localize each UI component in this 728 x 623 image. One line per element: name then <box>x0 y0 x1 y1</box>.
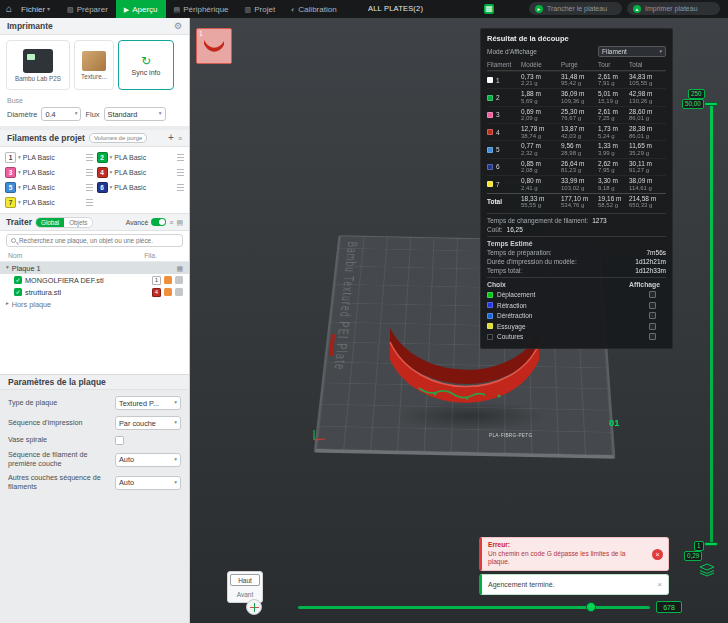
printer-card[interactable]: Bambu Lab P2S <box>6 40 70 90</box>
print-plate-button[interactable]: ▴ Imprimer plateau <box>627 2 720 15</box>
option-checkbox[interactable] <box>649 291 656 298</box>
tab-label: Calibration <box>298 5 336 14</box>
move-slider-handle[interactable] <box>586 602 596 612</box>
layer-slider-bottom-handle[interactable] <box>704 542 718 546</box>
tab-project[interactable]: ▥ Projet <box>237 0 284 18</box>
chevron-down-icon: ▾ <box>18 155 21 161</box>
spiral-vase-checkbox[interactable] <box>115 436 124 445</box>
option-wipe: Essuyage <box>487 321 666 331</box>
plate-row-label: Plaque 1 <box>12 264 41 273</box>
preview-viewport[interactable]: Bambu Textured PEI Plate PLA-FIBRG-PETG … <box>190 18 728 623</box>
filament-color-swatch[interactable]: 1 <box>5 152 16 163</box>
filament-color-swatch[interactable]: 5 <box>5 182 16 193</box>
tab-preview[interactable]: ▶ Aperçu <box>116 0 166 18</box>
file-menu[interactable]: Fichier ▾ <box>16 0 55 18</box>
close-icon[interactable]: × <box>657 581 662 589</box>
object-action-icon[interactable] <box>164 288 172 296</box>
scope-objects-button[interactable]: Objets <box>64 218 92 227</box>
purge-volumes-button[interactable]: Volumes de purge <box>89 133 147 143</box>
filament-color-swatch[interactable]: 3 <box>5 167 16 178</box>
filament-edit-icon[interactable] <box>177 184 184 191</box>
tree-row-object[interactable]: ✓ struttura.stl 4 <box>0 286 189 298</box>
advanced-toggle[interactable] <box>151 218 166 226</box>
layers-stack-icon[interactable] <box>699 563 715 577</box>
filament-edit-icon[interactable] <box>86 184 93 191</box>
option-checkbox[interactable] <box>649 312 656 319</box>
estimated-time-header: Temps Estimé <box>487 240 666 247</box>
search-box[interactable] <box>6 234 183 247</box>
other-layers-sequence-select[interactable]: Auto ▾ <box>115 476 181 490</box>
tab-prepare[interactable]: ▧ Préparer <box>59 0 116 18</box>
filament-edit-icon[interactable] <box>86 169 93 176</box>
filament-edit-icon[interactable] <box>177 154 184 161</box>
filament-slot[interactable]: 6 ▾ PLA Basic <box>97 181 185 194</box>
layer-top-value: 250 <box>688 89 705 99</box>
filament-slot[interactable]: 2 ▾ PLA Basic <box>97 151 185 164</box>
tree-row-outside[interactable]: ▸ Hors plaque <box>0 298 189 310</box>
object-filament-chip[interactable]: 1 <box>152 276 161 285</box>
filament-color-swatch[interactable]: 6 <box>97 182 108 193</box>
sync-info-button[interactable]: ↻ Sync info <box>118 40 174 90</box>
visibility-checkbox[interactable]: ✓ <box>14 288 22 296</box>
tree-row-object[interactable]: ✓ MONGOLFIERA DEF.stl 1 <box>0 274 189 286</box>
layer-slider-track[interactable] <box>710 102 713 546</box>
filament-edit-icon[interactable] <box>86 199 93 206</box>
filament-settings-icon[interactable]: ≡ <box>178 135 182 142</box>
tree-row-plate[interactable]: ▾ Plaque 1 ▦ <box>0 262 189 274</box>
visibility-checkbox[interactable]: ✓ <box>14 276 22 284</box>
filament-slot[interactable]: 5 ▾ PLA Basic <box>5 181 93 194</box>
gear-icon[interactable]: ⚙ <box>174 22 182 31</box>
filament-edit-icon[interactable] <box>177 169 184 176</box>
option-checkbox[interactable] <box>649 302 656 309</box>
total-cell: 30,11 m91,27 g <box>629 160 668 174</box>
search-input[interactable] <box>19 237 178 244</box>
move-slider-track[interactable] <box>298 606 650 609</box>
nozzle-label: Buse <box>7 97 182 104</box>
view-top-item[interactable]: Haut <box>230 574 260 586</box>
filament-slot[interactable]: 1 ▾ PLA Basic <box>5 151 93 164</box>
cost-label: Coût: <box>487 226 503 233</box>
filament-edit-icon[interactable] <box>86 154 93 161</box>
display-mode-label: Mode d'Affichage <box>487 48 537 55</box>
plate-thumbnail[interactable]: 1 <box>196 28 232 64</box>
prep-time-label: Temps de préparation: <box>487 249 552 256</box>
layers-icon[interactable]: ▤ <box>176 219 183 226</box>
list-icon[interactable]: ≡ <box>169 219 173 226</box>
option-checkbox[interactable] <box>649 323 656 330</box>
search-icon <box>11 238 16 243</box>
print-sequence-select[interactable]: Par couche ▾ <box>115 416 181 430</box>
object-more-icon[interactable] <box>175 276 183 284</box>
option-checkbox[interactable] <box>649 333 656 340</box>
plate-settings-icon[interactable]: ▦ <box>176 265 183 272</box>
first-layer-sequence-select[interactable]: Auto ▾ <box>115 453 181 467</box>
filament-color-swatch[interactable]: 4 <box>97 167 108 178</box>
scope-global-button[interactable]: Global <box>36 218 64 227</box>
slice-plate-button[interactable]: ▸ Trancher le plateau <box>529 2 622 15</box>
advanced-label: Avancé <box>126 219 149 226</box>
nozzle-diameter-select[interactable]: 0.4 ▾ <box>41 107 81 121</box>
layer-slider-top-handle[interactable] <box>704 102 718 106</box>
object-more-icon[interactable] <box>175 288 183 296</box>
filament-color-swatch[interactable]: 7 <box>5 197 16 208</box>
display-mode-select[interactable]: Filament ▾ <box>598 46 666 57</box>
object-filament-chip[interactable]: 4 <box>152 288 161 297</box>
flow-select[interactable]: Standard ▾ <box>104 107 166 121</box>
filament-slot[interactable]: 4 ▾ PLA Basic <box>97 166 185 179</box>
home-icon[interactable]: ⌂ <box>0 4 16 14</box>
filament-slot[interactable]: 3 ▾ PLA Basic <box>5 166 93 179</box>
filament-color-swatch[interactable]: 2 <box>97 152 108 163</box>
filament-slot[interactable]: 7 ▾ PLA Basic <box>5 196 93 209</box>
all-plates-label[interactable]: ALL PLATES(2) <box>368 0 423 18</box>
plate-grid-icon[interactable]: ▦ <box>484 4 494 14</box>
plate-slot-number: 01 <box>609 417 620 428</box>
close-icon[interactable]: × <box>652 549 663 560</box>
tab-device[interactable]: ▤ Périphérique <box>166 0 237 18</box>
view-gizmo-button[interactable] <box>246 599 262 615</box>
add-filament-icon[interactable]: + <box>168 133 174 143</box>
tab-calibration[interactable]: ◐ Calibration <box>283 0 344 18</box>
plate-type-card[interactable]: Texture... <box>74 40 114 90</box>
object-action-icon[interactable] <box>164 276 172 284</box>
plate-type-select[interactable]: Textured P... ▾ <box>115 396 181 410</box>
option-label: Rétraction <box>497 302 645 309</box>
chevron-down-icon: ▾ <box>174 457 177 463</box>
